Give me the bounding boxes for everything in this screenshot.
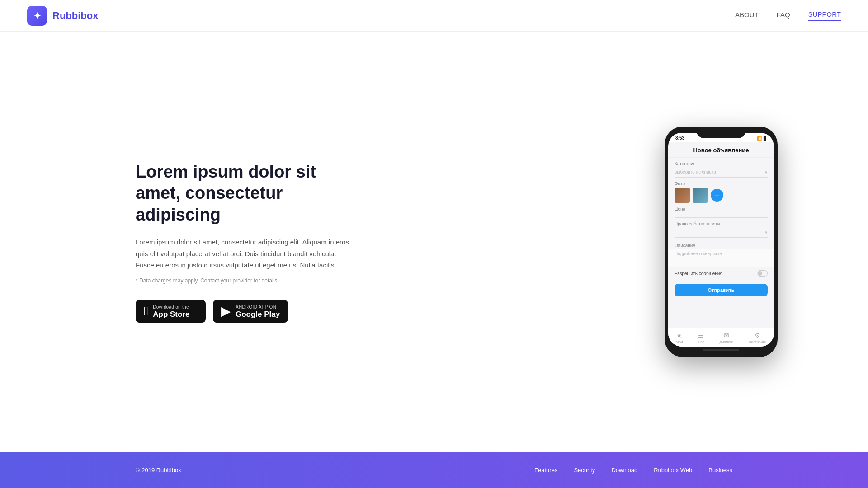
- bottom-nav-settings[interactable]: ⚙ Настройки: [749, 332, 766, 344]
- chevron-down-icon: ∨: [764, 169, 768, 174]
- footer-link-business[interactable]: Business: [708, 467, 732, 474]
- logo[interactable]: ✦ Rubbibox: [27, 6, 98, 26]
- send-button[interactable]: Отправить: [675, 284, 768, 296]
- field-category-value: выберите из списка: [675, 169, 716, 174]
- field-label-price: Цена: [675, 206, 768, 211]
- app-store-button[interactable]:  Download on the App Store: [136, 300, 206, 323]
- footer-link-features[interactable]: Features: [534, 467, 557, 474]
- google-play-icon: ▶: [221, 305, 231, 318]
- nav-about[interactable]: ABOUT: [735, 11, 759, 20]
- bottom-nav-all-label: Все: [698, 340, 704, 344]
- phone-notch: [696, 127, 746, 138]
- footer-link-rubbibox-web[interactable]: Rubbibox Web: [654, 467, 692, 474]
- toggle-knob: [758, 271, 762, 276]
- toggle-switch[interactable]: [757, 270, 768, 277]
- photo-thumb-2[interactable]: [693, 188, 708, 203]
- hero-title: Lorem ipsum dolor sit amet, consectetur …: [136, 161, 353, 226]
- app-store-big-text: App Store: [153, 310, 189, 318]
- hero-content: Lorem ipsum dolor sit amet, consectetur …: [136, 161, 353, 323]
- gear-icon: ⚙: [755, 332, 760, 339]
- toggle-row: Разрешить сообщения: [668, 267, 774, 279]
- bottom-nav: ★ Мои ☰ Все ✉ Диалоги ⚙ Настройки: [668, 328, 774, 347]
- footer-link-security[interactable]: Security: [574, 467, 595, 474]
- field-category[interactable]: выберите из списка ∨: [675, 168, 768, 178]
- google-play-big-text: Google Play: [236, 310, 280, 318]
- footer-nav: Features Security Download Rubbibox Web …: [534, 467, 732, 474]
- list-icon: ☰: [698, 332, 704, 339]
- phone-frame: 8:53 📶 ▊ Новое объявление Категория выбе…: [665, 127, 778, 357]
- status-icons: 📶 ▊: [757, 136, 767, 141]
- footer: © 2019 Rubbibox Features Security Downlo…: [0, 452, 868, 488]
- main-nav: ABOUT FAQ SUPPORT: [735, 10, 841, 21]
- data-notice: * Data charges may apply. Contact your p…: [136, 277, 353, 284]
- hero-body: Lorem ipsum dolor sit amet, consectetur …: [136, 236, 353, 271]
- wifi-icon: 📶: [757, 136, 762, 141]
- bottom-nav-my[interactable]: ★ Мои: [676, 332, 683, 344]
- footer-link-download[interactable]: Download: [611, 467, 637, 474]
- field-price[interactable]: [675, 213, 768, 218]
- status-time: 8:53: [675, 136, 684, 141]
- field-description[interactable]: Подробнее о квартире: [668, 249, 774, 267]
- message-icon: ✉: [724, 332, 729, 339]
- field-label-ownership: Право собственности: [675, 221, 768, 226]
- home-indicator: [703, 349, 739, 351]
- bottom-nav-my-label: Мои: [676, 340, 683, 344]
- battery-icon: ▊: [764, 136, 767, 141]
- logo-text: Rubbibox: [52, 10, 98, 22]
- form-section: Категория выберите из списка ∨ Фото + Це…: [668, 158, 774, 243]
- nav-faq[interactable]: FAQ: [777, 11, 790, 20]
- phone-screen: 8:53 📶 ▊ Новое объявление Категория выбе…: [668, 133, 774, 347]
- toggle-label: Разрешить сообщения: [675, 271, 722, 276]
- star-icon: ★: [676, 332, 682, 339]
- screen-title: Новое объявление: [668, 142, 774, 158]
- logo-icon: ✦: [27, 6, 47, 26]
- apple-icon: : [144, 305, 148, 318]
- add-photo-button[interactable]: +: [711, 189, 723, 202]
- bottom-nav-dialogs-label: Диалоги: [719, 340, 733, 344]
- google-play-button[interactable]: ▶ ANDROID APP ON Google Play: [213, 300, 288, 323]
- nav-support[interactable]: SUPPORT: [808, 10, 841, 21]
- photos-row: +: [675, 188, 768, 203]
- field-label-description: Описание: [668, 243, 774, 248]
- bottom-nav-all[interactable]: ☰ Все: [698, 332, 704, 344]
- phone-mockup: 8:53 📶 ▊ Новое объявление Категория выбе…: [665, 127, 778, 357]
- photo-thumb-1[interactable]: [675, 188, 690, 203]
- field-ownership[interactable]: ∨: [675, 228, 768, 238]
- bottom-nav-dialogs[interactable]: ✉ Диалоги: [719, 332, 733, 344]
- chevron-down-ownership-icon: ∨: [764, 230, 768, 235]
- field-label-photos: Фото: [675, 181, 768, 186]
- store-buttons:  Download on the App Store ▶ ANDROID AP…: [136, 300, 353, 323]
- google-play-small-text: ANDROID APP ON: [236, 305, 280, 310]
- field-label-category: Категория: [675, 161, 768, 166]
- bottom-nav-settings-label: Настройки: [749, 340, 766, 344]
- app-store-small-text: Download on the: [153, 305, 189, 310]
- footer-copyright: © 2019 Rubbibox: [136, 467, 181, 474]
